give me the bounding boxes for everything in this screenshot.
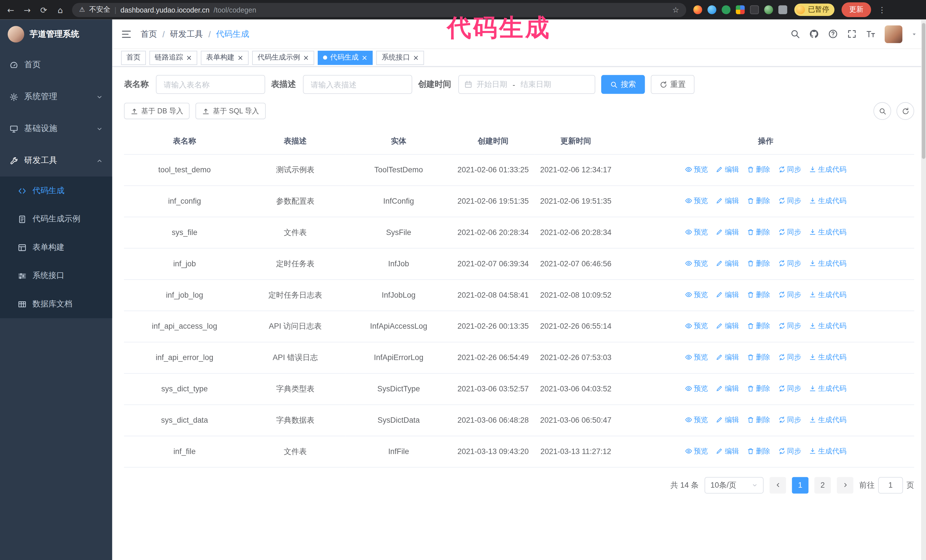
font-size-icon[interactable] [866,29,876,39]
sidebar-item[interactable]: 首页 [0,49,112,81]
tab[interactable]: 首页 [121,50,146,65]
delete-link[interactable]: 删除 [747,289,770,300]
edit-link[interactable]: 编辑 [716,445,739,456]
delete-link[interactable]: 删除 [747,164,770,174]
toggle-search-button[interactable] [873,102,891,120]
fullscreen-icon[interactable] [847,29,857,39]
date-range-picker[interactable]: 开始日期 - 结束日期 [458,75,595,94]
edit-link[interactable]: 编辑 [716,383,739,393]
preview-link[interactable]: 预览 [685,164,708,174]
edit-link[interactable]: 编辑 [716,226,739,237]
extension-icon[interactable] [764,5,773,14]
extension-icon[interactable] [707,5,716,14]
sql-import-button[interactable]: 基于 SQL 导入 [196,103,266,119]
delete-link[interactable]: 删除 [747,226,770,237]
generate-code-link[interactable]: 生成代码 [809,320,846,331]
delete-link[interactable]: 删除 [747,258,770,268]
tab[interactable]: 代码生成 [318,50,373,65]
extension-icon[interactable] [722,5,731,14]
preview-link[interactable]: 预览 [685,414,708,425]
next-page-button[interactable] [837,477,853,494]
preview-link[interactable]: 预览 [685,258,708,268]
preview-link[interactable]: 预览 [685,352,708,362]
address-bar[interactable]: ⚠ 不安全 | dashboard.yudao.iocoder.cn/tool/… [72,3,686,17]
generate-code-link[interactable]: 生成代码 [809,352,846,362]
sync-link[interactable]: 同步 [778,320,801,331]
sidebar-item[interactable]: 研发工具 [0,145,112,177]
sync-link[interactable]: 同步 [778,164,801,174]
generate-code-link[interactable]: 生成代码 [809,445,846,456]
delete-link[interactable]: 删除 [747,195,770,206]
sidebar-toggle-icon[interactable] [121,29,132,39]
db-import-button[interactable]: 基于 DB 导入 [124,103,190,119]
delete-link[interactable]: 删除 [747,383,770,393]
sidebar-item[interactable]: 数据库文档 [0,290,112,318]
refresh-table-button[interactable] [896,102,914,120]
sidebar-item[interactable]: 基础设施 [0,113,112,145]
preview-link[interactable]: 预览 [685,445,708,456]
breadcrumb-item[interactable]: 代码生成 [216,29,249,39]
close-icon[interactable] [303,54,309,62]
close-icon[interactable] [238,54,243,62]
generate-code-link[interactable]: 生成代码 [809,195,846,206]
browser-menu-icon[interactable]: ⋮ [878,5,886,14]
sync-link[interactable]: 同步 [778,289,801,300]
tab[interactable]: 表单构建 [201,50,249,65]
generate-code-link[interactable]: 生成代码 [809,289,846,300]
page-scrollbar[interactable] [921,20,926,560]
edit-link[interactable]: 编辑 [716,195,739,206]
sync-link[interactable]: 同步 [778,258,801,268]
generate-code-link[interactable]: 生成代码 [809,164,846,174]
sidebar-item[interactable]: 代码生成示例 [0,205,112,233]
extension-icon[interactable] [750,5,759,14]
app-logo[interactable]: 芋道管理系统 [0,20,112,49]
table-name-input[interactable] [156,75,265,94]
breadcrumb-item[interactable]: 首页 [141,29,157,39]
sync-link[interactable]: 同步 [778,414,801,425]
sync-link[interactable]: 同步 [778,445,801,456]
delete-link[interactable]: 删除 [747,320,770,331]
home-button[interactable]: ⌂ [56,5,65,15]
generate-code-link[interactable]: 生成代码 [809,258,846,268]
preview-link[interactable]: 预览 [685,383,708,393]
page-number-button[interactable]: 2 [814,477,831,494]
sidebar-item[interactable]: 表单构建 [0,233,112,261]
edit-link[interactable]: 编辑 [716,320,739,331]
browser-update-button[interactable]: 更新 [842,2,871,17]
help-icon[interactable] [828,29,838,39]
tab[interactable]: 代码生成示例 [252,50,314,65]
generate-code-link[interactable]: 生成代码 [809,414,846,425]
tab[interactable]: 系统接口 [377,50,424,65]
sync-link[interactable]: 同步 [778,383,801,393]
edit-link[interactable]: 编辑 [716,289,739,300]
user-avatar[interactable] [885,25,902,43]
close-icon[interactable] [186,54,192,62]
generate-code-link[interactable]: 生成代码 [809,383,846,393]
back-button[interactable]: ← [6,5,15,15]
scrollbar-thumb[interactable] [922,23,925,159]
delete-link[interactable]: 删除 [747,414,770,425]
sync-link[interactable]: 同步 [778,352,801,362]
edit-link[interactable]: 编辑 [716,164,739,174]
search-button[interactable]: 搜索 [601,75,645,94]
preview-link[interactable]: 预览 [685,195,708,206]
reload-button[interactable]: ⟳ [39,5,48,15]
close-icon[interactable] [413,54,419,62]
edit-link[interactable]: 编辑 [716,352,739,362]
delete-link[interactable]: 删除 [747,352,770,362]
extension-icon[interactable] [736,5,745,14]
delete-link[interactable]: 删除 [747,445,770,456]
sync-link[interactable]: 同步 [778,195,801,206]
search-icon[interactable] [790,29,800,39]
forward-button[interactable]: → [23,5,32,15]
breadcrumb-item[interactable]: 研发工具 [170,29,203,39]
sidebar-item[interactable]: 系统管理 [0,81,112,113]
github-icon[interactable] [809,29,819,39]
edit-link[interactable]: 编辑 [716,258,739,268]
page-number-button[interactable]: 1 [792,477,808,494]
preview-link[interactable]: 预览 [685,226,708,237]
page-size-select[interactable]: 10条/页 [705,477,764,494]
sidebar-item[interactable]: 系统接口 [0,261,112,290]
prev-page-button[interactable] [770,477,786,494]
extensions-puzzle-icon[interactable] [778,5,787,14]
